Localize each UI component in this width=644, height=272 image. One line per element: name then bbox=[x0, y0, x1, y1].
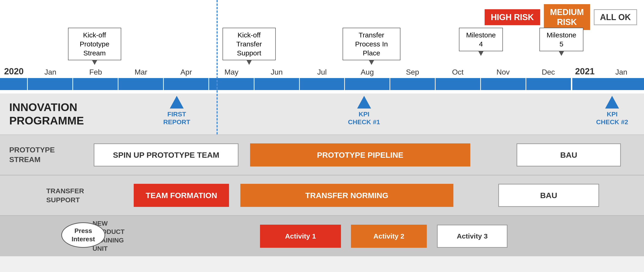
dashed-line bbox=[216, 0, 218, 135]
segment-jan2 bbox=[599, 78, 644, 90]
milestone-kpi1-label: KPICHECK #1 bbox=[348, 110, 380, 126]
segment-feb bbox=[73, 78, 118, 90]
triangle-kpi2 bbox=[605, 96, 619, 109]
team-formation-bar: TEAM FORMATION bbox=[134, 184, 229, 207]
month-dec: Dec bbox=[526, 68, 571, 76]
prototype-pipeline-bar: PROTOTYPE PIPELINE bbox=[250, 143, 470, 166]
programme-row: INNOVATIONPROGRAMME FIRSTREPORT KPICHECK… bbox=[0, 94, 644, 135]
milestone-kpi-check1: KPICHECK #1 bbox=[348, 96, 380, 126]
month-sep: Sep bbox=[390, 68, 435, 76]
triangle-first-report bbox=[170, 96, 184, 109]
transfer-norming-bar: TRANSFER NORMING bbox=[240, 184, 454, 207]
segment-jul bbox=[300, 78, 345, 90]
timeline-bar bbox=[0, 78, 644, 90]
triangle-kpi1 bbox=[357, 96, 371, 109]
transfer-support-label: TRANSFERSUPPORT bbox=[0, 186, 83, 204]
press-interest-oval: PressInterest bbox=[61, 222, 105, 248]
month-feb: Feb bbox=[73, 68, 118, 76]
prototype-stream-content: SPIN UP PROTOTYPE TEAM PROTOTYPE PIPELIN… bbox=[65, 135, 644, 175]
month-jun: Jun bbox=[254, 68, 299, 76]
segment-sep bbox=[390, 78, 436, 90]
segment-nov bbox=[481, 78, 526, 90]
callout-kickoff-transfer: Kick-off TransferSupport bbox=[222, 28, 276, 60]
activity3-bar: Activity 3 bbox=[437, 225, 508, 248]
activity1-bar: Activity 1 bbox=[260, 225, 341, 248]
segment-mar bbox=[118, 78, 164, 90]
milestone-kpi-check2: KPICHECK #2 bbox=[596, 96, 628, 126]
months-row: 2020 Jan Feb Mar Apr May Jun Jul Aug Sep… bbox=[0, 66, 644, 76]
callout-milestone4: Milestone 4 bbox=[459, 28, 503, 51]
month-oct: Oct bbox=[435, 68, 480, 76]
segment-oct bbox=[436, 78, 481, 90]
month-mar: Mar bbox=[118, 68, 164, 76]
segment-jun bbox=[254, 78, 300, 90]
milestone-first-report: FIRSTREPORT bbox=[163, 96, 190, 126]
milestone-kpi2-label: KPICHECK #2 bbox=[596, 110, 628, 126]
callout-transfer-process: Transfer Process InPlace bbox=[342, 28, 400, 60]
training-unit-row: PressInterest NEW PRODUCTTRAINING UNIT A… bbox=[0, 216, 644, 256]
prototype-stream-row: PROTOTYPESTREAM SPIN UP PROTOTYPE TEAM P… bbox=[0, 135, 644, 175]
month-aug: Aug bbox=[345, 68, 390, 76]
spin-up-bar: SPIN UP PROTOTYPE TEAM bbox=[94, 143, 238, 166]
activity2-bar: Activity 2 bbox=[351, 225, 427, 248]
year-end: 2021 bbox=[571, 66, 599, 76]
bau2-bar: BAU bbox=[498, 184, 599, 207]
milestone-first-report-label: FIRSTREPORT bbox=[163, 110, 190, 126]
segment-dec bbox=[526, 78, 572, 90]
month-jul: Jul bbox=[299, 68, 345, 76]
month-apr: Apr bbox=[164, 68, 209, 76]
callout-milestone5: Milestone 5 bbox=[540, 28, 584, 51]
month-nov: Nov bbox=[480, 68, 526, 76]
timeline-area: Kick-off PrototypeStream Kick-off Transf… bbox=[0, 21, 644, 95]
segment-apr bbox=[164, 78, 209, 90]
segment-aug bbox=[345, 78, 390, 90]
month-jan: Jan bbox=[28, 68, 73, 76]
transfer-support-row: TRANSFERSUPPORT TEAM FORMATION TRANSFER … bbox=[0, 175, 644, 216]
prototype-stream-label: PROTOTYPESTREAM bbox=[0, 145, 65, 164]
segment-jan bbox=[28, 78, 73, 90]
programme-title: INNOVATIONPROGRAMME bbox=[0, 101, 92, 127]
transfer-support-content: TEAM FORMATION TRANSFER NORMING BAU bbox=[83, 175, 644, 215]
callout-kickoff-prototype: Kick-off PrototypeStream bbox=[68, 28, 121, 60]
year-start: 2020 bbox=[0, 66, 28, 76]
main-content: INNOVATIONPROGRAMME FIRSTREPORT KPICHECK… bbox=[0, 94, 644, 272]
month-jan2: Jan bbox=[599, 68, 644, 76]
month-may: May bbox=[209, 68, 254, 76]
bau1-bar: BAU bbox=[516, 143, 621, 166]
segment-may bbox=[209, 78, 254, 90]
